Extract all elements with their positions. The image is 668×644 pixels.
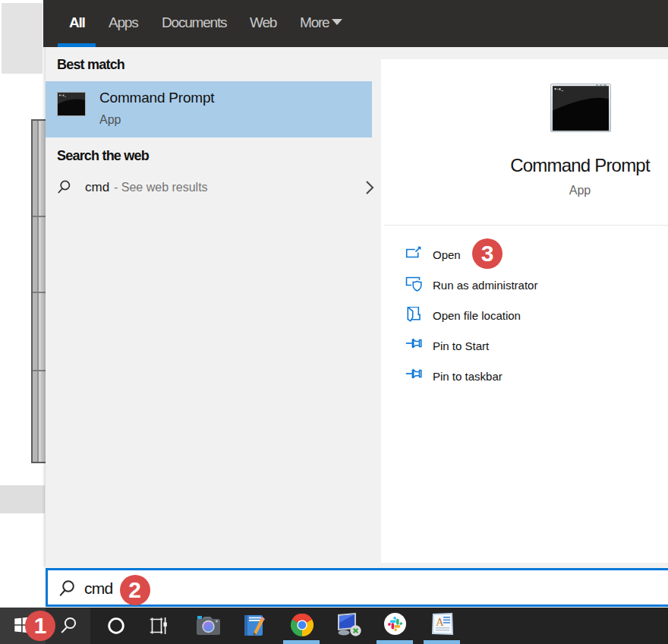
svg-text:A: A: [436, 616, 444, 628]
